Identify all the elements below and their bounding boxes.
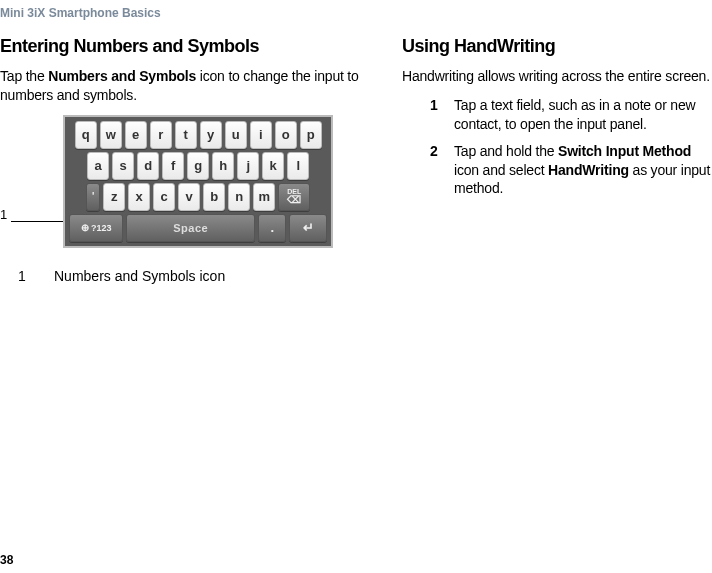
- step-2-mid: icon and select: [454, 162, 548, 178]
- keyboard-figure: 1 q w e r t y u i o p a s d: [0, 115, 372, 248]
- callout-leader-line: [11, 221, 63, 222]
- key-m[interactable]: m: [253, 183, 275, 211]
- key-i[interactable]: i: [250, 121, 272, 149]
- key-e[interactable]: e: [125, 121, 147, 149]
- step-2-pre: Tap and hold the: [454, 143, 558, 159]
- chapter-header: Mini 3iX Smartphone Basics: [0, 0, 712, 20]
- key-q[interactable]: q: [75, 121, 97, 149]
- key-r[interactable]: r: [150, 121, 172, 149]
- key-p[interactable]: p: [300, 121, 322, 149]
- numbers-label: ?123: [91, 223, 112, 233]
- keyboard-row-4: ⊕ ?123 Space . ↵: [69, 214, 327, 242]
- key-l[interactable]: l: [287, 152, 309, 180]
- key-b[interactable]: b: [203, 183, 225, 211]
- step-2-bold1: Switch Input Method: [558, 143, 691, 159]
- legend-text: Numbers and Symbols icon: [54, 268, 225, 284]
- key-delete[interactable]: DEL ⌫: [278, 183, 310, 211]
- key-a[interactable]: a: [87, 152, 109, 180]
- key-period[interactable]: .: [258, 214, 286, 242]
- step-1: 1 Tap a text field, such as in a note or…: [430, 96, 712, 134]
- step-1-text: Tap a text field, such as in a note or n…: [454, 96, 712, 134]
- key-x[interactable]: x: [128, 183, 150, 211]
- step-2-text: Tap and hold the Switch Input Method ico…: [454, 142, 712, 199]
- key-enter[interactable]: ↵: [289, 214, 327, 242]
- keyboard-row-1: q w e r t y u i o p: [69, 121, 327, 149]
- right-section-title: Using HandWriting: [402, 36, 712, 57]
- right-intro: Handwriting allows writing across the en…: [402, 67, 712, 86]
- steps-list: 1 Tap a text field, such as in a note or…: [430, 96, 712, 198]
- key-o[interactable]: o: [275, 121, 297, 149]
- key-w[interactable]: w: [100, 121, 122, 149]
- key-apostrophe[interactable]: ': [86, 183, 100, 211]
- key-h[interactable]: h: [212, 152, 234, 180]
- key-c[interactable]: c: [153, 183, 175, 211]
- key-u[interactable]: u: [225, 121, 247, 149]
- key-s[interactable]: s: [112, 152, 134, 180]
- callout-number: 1: [0, 207, 7, 222]
- key-t[interactable]: t: [175, 121, 197, 149]
- key-f[interactable]: f: [162, 152, 184, 180]
- keyboard-row-3: ' z x c v b n m DEL ⌫: [69, 183, 327, 211]
- enter-icon: ↵: [303, 220, 314, 235]
- left-paragraph: Tap the Numbers and Symbols icon to chan…: [0, 67, 372, 105]
- step-2: 2 Tap and hold the Switch Input Method i…: [430, 142, 712, 199]
- key-space[interactable]: Space: [126, 214, 255, 242]
- key-j[interactable]: j: [237, 152, 259, 180]
- figure-legend: 1 Numbers and Symbols icon: [0, 268, 372, 284]
- step-2-bold2: HandWriting: [548, 162, 629, 178]
- key-y[interactable]: y: [200, 121, 222, 149]
- delete-icon: ⌫: [287, 195, 301, 205]
- legend-number: 1: [18, 268, 26, 284]
- key-v[interactable]: v: [178, 183, 200, 211]
- key-d[interactable]: d: [137, 152, 159, 180]
- globe-icon: ⊕: [81, 222, 89, 233]
- step-2-number: 2: [430, 142, 440, 199]
- right-column: Using HandWriting Handwriting allows wri…: [402, 36, 712, 284]
- left-para-pre: Tap the: [0, 68, 48, 84]
- key-numbers-symbols[interactable]: ⊕ ?123: [69, 214, 123, 242]
- key-g[interactable]: g: [187, 152, 209, 180]
- left-column: Entering Numbers and Symbols Tap the Num…: [0, 36, 372, 284]
- onscreen-keyboard: q w e r t y u i o p a s d f g h: [63, 115, 333, 248]
- step-1-number: 1: [430, 96, 440, 134]
- key-z[interactable]: z: [103, 183, 125, 211]
- key-k[interactable]: k: [262, 152, 284, 180]
- page-number: 38: [0, 553, 13, 567]
- key-n[interactable]: n: [228, 183, 250, 211]
- page-columns: Entering Numbers and Symbols Tap the Num…: [0, 36, 712, 284]
- keyboard-row-2: a s d f g h j k l: [69, 152, 327, 180]
- left-section-title: Entering Numbers and Symbols: [0, 36, 372, 57]
- left-para-bold: Numbers and Symbols: [48, 68, 196, 84]
